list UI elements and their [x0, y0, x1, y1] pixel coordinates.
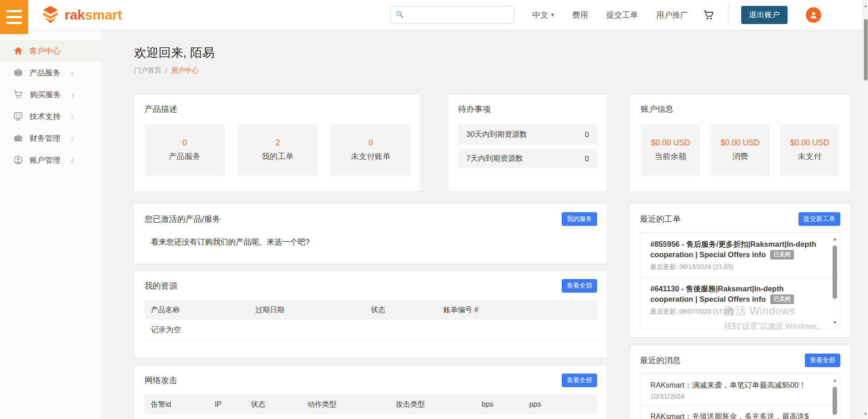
sidebar-nav: 客户中心 产品服务 ‹ 购买服务 ‹ 技术支持 ‹ [0, 30, 102, 419]
card-title: 产品描述 [145, 104, 177, 115]
recent-messages-card: 最近的消息 查看全部 RAKsmart：满减来袭，单笔订单最高减$500！ 10… [629, 345, 851, 419]
sidebar-item-account[interactable]: 账户管理 ‹ [0, 149, 102, 171]
page-scrollbar[interactable]: ▲ ▼ [863, 0, 868, 419]
scrollbar-thumb[interactable] [864, 19, 868, 80]
ticket-item[interactable]: #641130 - 售後服務|Raksmart|In-depth coopera… [640, 277, 840, 321]
search-icon [395, 10, 404, 20]
card-title: 账户信息 [641, 104, 673, 115]
monitor-icon [14, 112, 23, 121]
sidebar-item-purchase[interactable]: 购买服务 ‹ [0, 84, 102, 105]
language-dropdown[interactable]: 中文 ▾ [532, 10, 554, 20]
ticket-item[interactable]: #855956 - 售后服务/更多折扣|Raksmart|In-depth co… [640, 233, 840, 277]
stat-current-balance: $0.00 USD 当前余额 [641, 125, 700, 175]
card-title: 最近的消息 [640, 355, 681, 366]
nav-referral[interactable]: 用户推广 [656, 10, 688, 20]
home-icon [14, 46, 23, 55]
sidebar-item-products[interactable]: 产品服务 ‹ [0, 62, 102, 84]
person-icon [808, 10, 818, 20]
status-badge: 已关闭 [770, 250, 794, 259]
status-badge: 已关闭 [770, 294, 794, 304]
network-attacks-card: 网络攻击 查看全部 告警id IP 状态 动作类型 攻击类型 bps pps [134, 365, 608, 419]
scrollbar-thumb[interactable] [833, 245, 837, 299]
attacks-table-header: 告警id IP 状态 动作类型 攻击类型 bps pps [145, 394, 597, 414]
chevron-left-icon: ‹ [71, 112, 74, 121]
messages-list: RAKsmart：满减来袭，单笔订单最高减$500！ 10/31/2024 RA… [640, 374, 840, 419]
breadcrumb-home[interactable]: 门户首页 [134, 66, 161, 75]
account-info-card: 账户信息 $0.00 USD 当前余额 $0.00 USD 消费 $0.00 U… [629, 94, 851, 192]
card-title: 网络攻击 [145, 375, 177, 386]
product-overview-card: 产品描述 0 产品服务 2 我的工单 0 未支付账单 [134, 94, 421, 192]
chevron-left-icon: ‹ [71, 90, 75, 99]
active-products-empty-text: 看来您还没有订购我们的产品呢。来选一个吧? [145, 237, 597, 247]
my-services-button[interactable]: 我的服务 [562, 212, 597, 226]
top-header: raksmart 中文 ▾ 费用 提交工单 用户推广 退 [0, 0, 868, 30]
main-content: 欢迎回来, 陌易 门户首页 / 用户中心 产品描述 0 产品服务 [102, 30, 868, 419]
sidebar-item-support[interactable]: 技术支持 ‹ [0, 105, 102, 127]
user-avatar[interactable] [806, 7, 821, 23]
todo-row-7days: 7天内到期资源数 0 [458, 149, 597, 169]
resources-table-header: 产品名称 过期日期 状态 账单编号 # [145, 300, 597, 320]
nav-billing[interactable]: 费用 [572, 10, 588, 20]
active-products-card: 您已激活的产品/服务 我的服务 看来您还没有订购我们的产品呢。来选一个吧? [134, 204, 608, 264]
brand-logo[interactable]: raksmart [41, 5, 122, 25]
chevron-left-icon: ‹ [71, 134, 74, 143]
todo-card: 待办事项 30天内到期资源数 0 7天内到期资源数 0 [448, 94, 608, 192]
cube-icon [14, 68, 23, 77]
search-input[interactable] [406, 11, 509, 19]
scroll-up-icon[interactable]: ▲ [832, 378, 838, 383]
user-circle-icon [14, 155, 23, 165]
view-all-attacks-button[interactable]: 查看全部 [562, 374, 597, 387]
stat-my-tickets: 2 我的工单 [238, 125, 318, 175]
raksmart-logo-icon [41, 5, 60, 25]
card-title: 您已激活的产品/服务 [145, 214, 220, 224]
sidebar-item-finance[interactable]: 财务管理 ‹ [0, 127, 102, 149]
breadcrumb-current: 用户中心 [171, 66, 199, 75]
message-item[interactable]: RAKsmart：满减来袭，单笔订单最高减$500！ 10/31/2024 [640, 374, 840, 405]
card-title: 待办事项 [458, 104, 491, 115]
resources-empty-row: 记录为空 [145, 320, 597, 340]
message-item[interactable]: RAKsmart：充值送膨胀金，多充多送，最高送$ [640, 405, 840, 419]
scroll-down-icon[interactable]: ▼ [863, 412, 868, 416]
tickets-scrollbar[interactable]: ▲ ▼ [832, 236, 838, 325]
header-search [390, 6, 514, 24]
chevron-left-icon: ‹ [71, 155, 74, 165]
my-resources-card: 我的资源 查看全部 产品名称 过期日期 状态 账单编号 # 记录为空 [134, 270, 608, 358]
sidebar-item-client-center[interactable]: 客户中心 [0, 40, 102, 62]
stat-unpaid-invoices: 0 未支付账单 [330, 125, 411, 175]
card-title: 我的资源 [145, 280, 177, 291]
card-title: 最近的工单 [640, 214, 681, 224]
chevron-left-icon: ‹ [71, 68, 74, 77]
header-divider [728, 5, 728, 25]
messages-scrollbar[interactable]: ▲ [832, 378, 838, 419]
scroll-up-icon[interactable]: ▲ [863, 4, 868, 8]
chevron-down-icon: ▾ [551, 11, 554, 18]
submit-new-ticket-button[interactable]: 提交新工单 [798, 212, 840, 226]
scrollbar-thumb[interactable] [833, 387, 837, 415]
breadcrumb-separator: / [165, 67, 167, 75]
logout-button[interactable]: 退出账户 [741, 6, 788, 24]
breadcrumb: 门户首页 / 用户中心 [134, 66, 853, 75]
wallet-icon [14, 134, 23, 143]
page-title: 欢迎回来, 陌易 [134, 45, 853, 61]
hamburger-menu-button[interactable] [0, 0, 28, 34]
nav-submit-ticket[interactable]: 提交工单 [606, 10, 638, 20]
stat-product-services: 0 产品服务 [145, 125, 225, 175]
view-all-resources-button[interactable]: 查看全部 [562, 279, 597, 293]
scroll-down-icon[interactable]: ▼ [832, 320, 838, 325]
stat-unpaid: $0.00 USD 未支付 [780, 125, 839, 175]
tickets-list: #855956 - 售后服务/更多折扣|Raksmart|In-depth co… [640, 232, 840, 329]
brand-wordmark: raksmart [65, 7, 122, 23]
todo-row-30days: 30天内到期资源数 0 [458, 125, 597, 145]
cart-icon[interactable] [703, 10, 714, 20]
view-all-messages-button[interactable]: 查看全部 [805, 354, 840, 367]
recent-tickets-card: 最近的工单 提交新工单 #855956 - 售后服务/更多折扣|Raksmart… [629, 204, 851, 338]
scroll-up-icon[interactable]: ▲ [832, 236, 838, 241]
cart-icon [14, 90, 23, 99]
stat-spent: $0.00 USD 消费 [710, 125, 770, 175]
